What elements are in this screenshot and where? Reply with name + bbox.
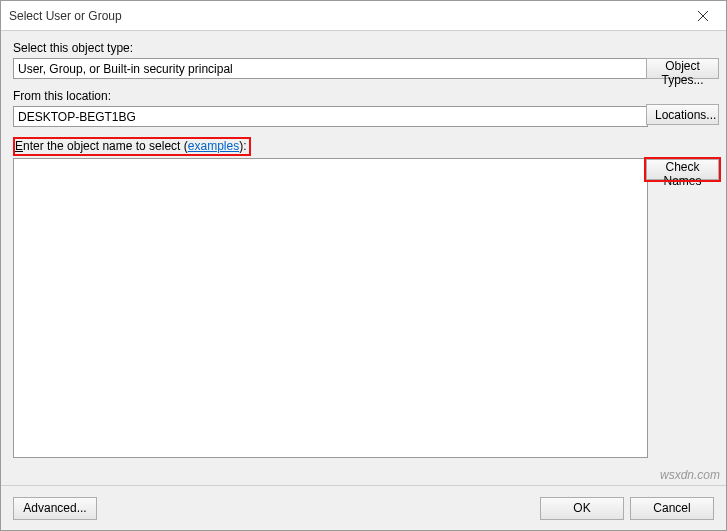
examples-link[interactable]: examples <box>188 139 239 153</box>
check-names-button[interactable]: Check Names <box>646 159 719 180</box>
object-type-field[interactable] <box>13 58 648 79</box>
enter-object-name-label: Enter the object name to select (example… <box>15 139 247 153</box>
dialog-window: Select User or Group Select this object … <box>0 0 727 531</box>
close-button[interactable] <box>680 1 726 31</box>
dialog-content: Select this object type: Object Types...… <box>1 31 726 471</box>
titlebar: Select User or Group <box>1 1 726 31</box>
bottom-bar: Advanced... OK Cancel <box>1 485 726 530</box>
object-types-button[interactable]: Object Types... <box>646 58 719 79</box>
location-label: From this location: <box>13 89 648 103</box>
advanced-button[interactable]: Advanced... <box>13 497 97 520</box>
locations-button[interactable]: Locations... <box>646 104 719 125</box>
close-icon <box>698 11 708 21</box>
cancel-button[interactable]: Cancel <box>630 497 714 520</box>
location-field[interactable] <box>13 106 648 127</box>
ok-button[interactable]: OK <box>540 497 624 520</box>
enter-object-name-label-highlight: Enter the object name to select (example… <box>13 137 251 156</box>
object-name-input[interactable] <box>13 158 648 458</box>
watermark-text: wsxdn.com <box>660 468 720 482</box>
object-type-label: Select this object type: <box>13 41 648 55</box>
window-title: Select User or Group <box>9 9 122 23</box>
